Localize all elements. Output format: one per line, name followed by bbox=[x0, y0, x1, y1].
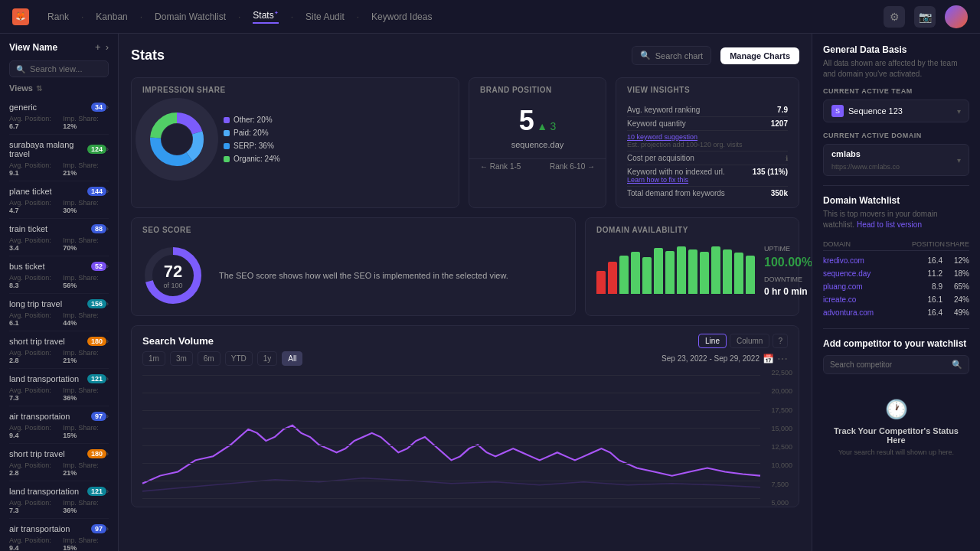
general-data-desc: All data shown are affected by the team … bbox=[823, 58, 969, 80]
calendar-icon[interactable]: 📅 bbox=[763, 354, 774, 364]
domain-availability-title: DOMAIN AVAILABILITY bbox=[586, 218, 799, 239]
time-ytd-button[interactable]: YTD bbox=[225, 351, 253, 366]
sidebar-item-land-transport-2[interactable]: land transportation 121 › Avg. Position:… bbox=[9, 481, 109, 519]
sidebar-item-train[interactable]: train ticket 88 › Avg. Position: 3.4 Imp… bbox=[9, 219, 109, 256]
chevron-icon: › bbox=[106, 300, 109, 308]
nav-keyword-ideas[interactable]: Keyword Ideas bbox=[371, 11, 432, 22]
add-view-button[interactable]: + bbox=[95, 41, 101, 53]
sort-icon: ⇅ bbox=[36, 84, 42, 93]
learn-fix-link[interactable]: Learn how to fix this bbox=[627, 176, 688, 184]
nav-rank[interactable]: Rank bbox=[47, 11, 69, 22]
view-insights-title: VIEW INSIGHTS bbox=[616, 78, 799, 99]
watchlist-row: pluang.com 8.9 65% bbox=[823, 280, 969, 293]
sidebar-item-bus[interactable]: bus ticket 52 › Avg. Position: 8.3 Imp. … bbox=[9, 256, 109, 294]
chevron-icon: › bbox=[106, 225, 109, 233]
search-icon: 🔍 bbox=[16, 65, 25, 73]
seo-of-label: of 100 bbox=[163, 282, 182, 289]
sidebar-item-land-transport[interactable]: land transportation 121 › Avg. Position:… bbox=[9, 369, 109, 406]
brand-arrow: ▲ bbox=[537, 120, 547, 132]
main-content: Stats 🔍 Search chart Manage Charts IMPRE… bbox=[119, 34, 812, 551]
watchlist-title: Domain Watchlist bbox=[823, 195, 969, 206]
top-nav: 🦊 Rank · Kanban · Domain Watchlist · Sta… bbox=[0, 0, 980, 34]
brand-logo[interactable]: 🦊 bbox=[12, 8, 29, 25]
user-avatar[interactable] bbox=[945, 5, 968, 28]
domain-bars bbox=[596, 248, 755, 294]
downtime-label: Downtime bbox=[764, 276, 812, 283]
camera-icon[interactable]: 📷 bbox=[914, 6, 936, 28]
sidebar-item-long-trip[interactable]: long trip travel 156 › Avg. Position: 6.… bbox=[9, 294, 109, 331]
time-3m-button[interactable]: 3m bbox=[170, 351, 193, 366]
brand-domain: sequence.day bbox=[480, 140, 595, 149]
chevron-icon: › bbox=[106, 487, 109, 495]
add-competitor-section: Add competitor to your watchlist 🔍 bbox=[823, 338, 969, 374]
time-1m-button[interactable]: 1m bbox=[142, 351, 165, 366]
manage-charts-button[interactable]: Manage Charts bbox=[720, 47, 799, 64]
track-section: 🕐 Track Your Competitor's Status Here Yo… bbox=[823, 386, 969, 470]
settings-icon[interactable]: ⚙ bbox=[884, 6, 905, 28]
time-6m-button[interactable]: 6m bbox=[198, 351, 220, 366]
keyword-suggestion-link[interactable]: 10 keyword suggestion bbox=[627, 133, 697, 141]
domain-url: https://www.cmlabs.co bbox=[831, 163, 900, 171]
page-title: Stats bbox=[131, 47, 165, 64]
uptime-label: Uptime bbox=[764, 245, 812, 253]
domain-availability-card: DOMAIN AVAILABILITY bbox=[585, 217, 799, 316]
downtime-value: 0 hr 0 min bbox=[764, 286, 812, 297]
domain-select[interactable]: cmlabs https://www.cmlabs.co ▾ bbox=[823, 144, 969, 176]
column-toggle-button[interactable]: Column bbox=[730, 334, 769, 348]
watchlist-row: icreate.co 16.1 24% bbox=[823, 293, 969, 306]
time-1y-button[interactable]: 1y bbox=[257, 351, 278, 366]
watchlist-row: advontura.com 16.4 49% bbox=[823, 306, 969, 319]
search-view-field[interactable] bbox=[30, 64, 102, 73]
team-icon: S bbox=[831, 105, 844, 117]
watchlist-desc: This is top movers in your domain watchl… bbox=[823, 209, 969, 230]
brand-rank-change: 3 bbox=[550, 120, 556, 132]
sidebar-item-plane[interactable]: plane ticket 144 › Avg. Position: 4.7 Im… bbox=[9, 181, 109, 219]
nav-kanban[interactable]: Kanban bbox=[96, 11, 127, 22]
view-insights-card: VIEW INSIGHTS Avg. keyword ranking 7.9 K… bbox=[616, 77, 799, 208]
sidebar-item-short-trip[interactable]: short trip travel 180 › Avg. Position: 2… bbox=[9, 331, 109, 369]
expand-view-button[interactable]: › bbox=[106, 41, 109, 53]
search-chart-input[interactable]: 🔍 Search chart bbox=[632, 46, 711, 65]
watchlist-table: DOMAIN POSITION SHARE kredivo.com 16.4 1… bbox=[823, 238, 969, 319]
search-volume-card: Search Volume Line Column ? 1m 3m 6m YTD… bbox=[131, 325, 799, 507]
nav-site-audit[interactable]: Site Audit bbox=[305, 11, 345, 22]
team-label: CURRENT ACTIVE TEAM bbox=[823, 87, 969, 95]
seo-donut-chart: 72 of 100 bbox=[142, 245, 204, 306]
sidebar-item-short-trip-2[interactable]: short trip travel 180 › Avg. Position: 2… bbox=[9, 444, 109, 481]
brand-number: 5 bbox=[519, 105, 534, 136]
time-all-button[interactable]: All bbox=[282, 351, 302, 366]
sidebar-item-air-transport-2[interactable]: air transportaion 97 › Avg. Position: 9.… bbox=[9, 519, 109, 551]
seo-score-value: 72 bbox=[163, 262, 182, 282]
chevron-icon: › bbox=[106, 145, 109, 153]
sv-info-button[interactable]: ? bbox=[773, 334, 788, 348]
impression-share-title: IMPRESSION SHARE bbox=[132, 78, 459, 99]
chevron-down-icon: ▾ bbox=[957, 156, 961, 165]
svg-point-5 bbox=[162, 124, 192, 155]
search-icon: 🔍 bbox=[640, 51, 651, 60]
pie-legend: Other: 20% Paid: 20% SERP: 36% Organic: … bbox=[224, 116, 280, 163]
brand-nav-next[interactable]: Rank 6-10 → bbox=[550, 162, 595, 171]
search-view-input[interactable]: 🔍 bbox=[9, 60, 109, 77]
seo-score-card: SEO SCORE 72 of 100 The SEO score shows … bbox=[131, 217, 576, 316]
brand-position-title: BRAND POSITION bbox=[469, 78, 606, 99]
brand-nav-prev[interactable]: ← Rank 1-5 bbox=[480, 162, 521, 171]
views-label: Views bbox=[9, 83, 33, 93]
nav-domain-watchlist[interactable]: Domain Watchlist bbox=[155, 11, 226, 22]
sidebar-item-generic[interactable]: generic 34 › Avg. Position: 6.7 Imp. Sha… bbox=[9, 97, 109, 135]
watchlist-row: sequence.day 11.2 18% bbox=[823, 267, 969, 280]
sidebar-item-air-transport[interactable]: air transportaion 97 › Avg. Position: 9.… bbox=[9, 406, 109, 444]
date-range-label: Sep 23, 2022 - Sep 29, 2022 bbox=[662, 354, 760, 363]
team-select[interactable]: S Sequence 123 ▾ bbox=[823, 99, 969, 122]
more-options-button[interactable]: ⋯ bbox=[777, 353, 788, 365]
sidebar-item-surabaya[interactable]: surabaya malang travel 124 › Avg. Positi… bbox=[9, 135, 109, 181]
search-icon: 🔍 bbox=[952, 360, 962, 370]
competitor-search-field[interactable] bbox=[830, 360, 947, 369]
head-to-list-link[interactable]: Head to list version bbox=[857, 220, 922, 229]
competitor-search-input[interactable]: 🔍 bbox=[823, 355, 969, 374]
domain-label: CURRENT ACTIVE DOMAIN bbox=[823, 132, 969, 139]
sidebar: View Name + › 🔍 Views ⇅ generic 34 › bbox=[0, 34, 119, 551]
brand-position-card: BRAND POSITION 5 ▲ 3 sequence.day ← Rank… bbox=[469, 77, 606, 208]
line-toggle-button[interactable]: Line bbox=[698, 334, 727, 348]
search-volume-chart: 22,500 20,000 17,500 15,000 12,500 10,00… bbox=[132, 369, 799, 507]
nav-stats[interactable]: Stats✦ bbox=[253, 10, 278, 24]
